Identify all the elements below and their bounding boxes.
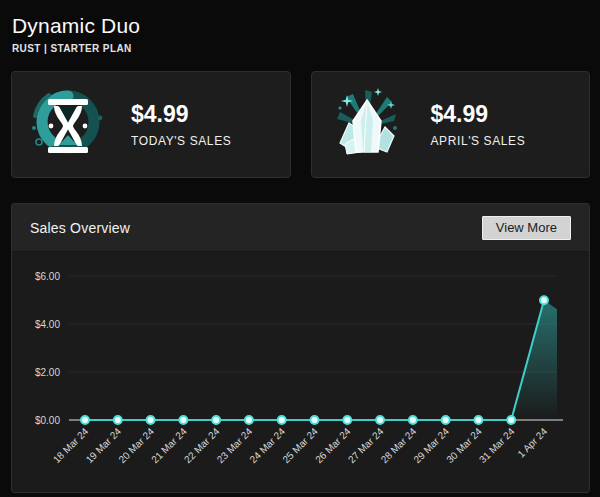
stats-row: $4.99 TODAY'S SALES	[11, 71, 590, 178]
view-more-button[interactable]: View More	[482, 216, 571, 240]
sales-overview-title: Sales Overview	[30, 220, 130, 236]
stat-text: $4.99 APRIL'S SALES	[431, 101, 526, 148]
page-subtitle: RUST | STARTER PLAN	[12, 42, 588, 55]
sales-overview-panel: Sales Overview View More $0.00$2.00$4.00…	[11, 203, 590, 493]
sales-overview-header: Sales Overview View More	[12, 204, 589, 252]
stat-value-april: $4.99	[431, 101, 526, 127]
sales-chart-area: $0.00$2.00$4.00$6.0018 Mar 2419 Mar 2420…	[12, 252, 588, 492]
stat-label-april: APRIL'S SALES	[431, 134, 526, 148]
stat-label-today: TODAY'S SALES	[131, 134, 231, 148]
stat-card-todays-sales: $4.99 TODAY'S SALES	[11, 71, 291, 178]
svg-text:$4.00: $4.00	[35, 319, 60, 330]
sales-line-chart: $0.00$2.00$4.00$6.0018 Mar 2419 Mar 2420…	[12, 252, 588, 492]
stat-card-aprils-sales: $4.99 APRIL'S SALES	[311, 71, 591, 178]
svg-text:31 Mar 24: 31 Mar 24	[477, 425, 517, 465]
stat-text: $4.99 TODAY'S SALES	[131, 101, 231, 148]
gem-icon	[327, 85, 407, 165]
page-title: Dynamic Duo	[12, 13, 588, 39]
svg-text:$0.00: $0.00	[35, 415, 60, 426]
svg-text:$6.00: $6.00	[35, 271, 60, 282]
svg-text:$2.00: $2.00	[35, 367, 60, 378]
page-header: Dynamic Duo RUST | STARTER PLAN	[0, 0, 600, 55]
svg-text:1 Apr 24: 1 Apr 24	[515, 425, 549, 459]
hourglass-icon	[27, 85, 107, 165]
stat-value-today: $4.99	[131, 101, 231, 127]
